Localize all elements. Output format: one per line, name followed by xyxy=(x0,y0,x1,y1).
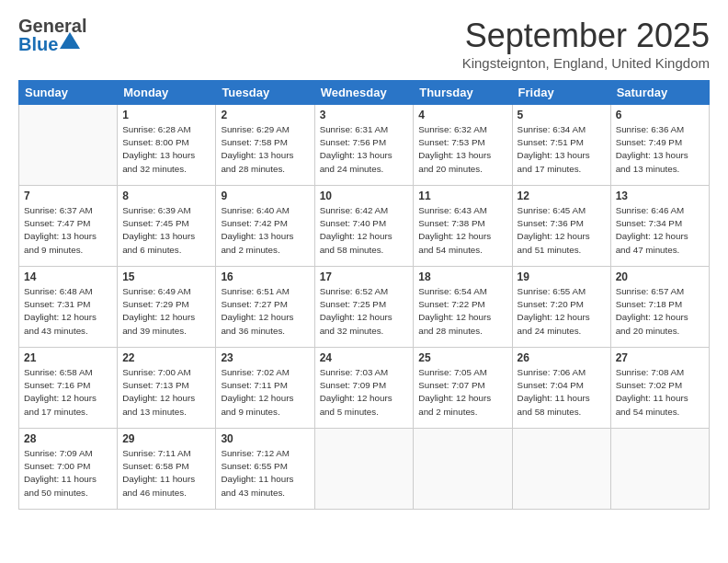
calendar-body: 1Sunrise: 6:28 AM Sunset: 8:00 PM Daylig… xyxy=(19,105,710,510)
header: General Blue September 2025 Kingsteignto… xyxy=(18,17,710,71)
day-number: 11 xyxy=(418,190,506,202)
day-detail: Sunrise: 6:45 AM Sunset: 7:36 PM Dayligh… xyxy=(518,204,606,257)
day-number: 19 xyxy=(518,270,606,283)
day-number: 21 xyxy=(24,351,112,364)
day-number: 30 xyxy=(221,432,309,445)
day-number: 3 xyxy=(320,109,409,121)
day-number: 16 xyxy=(221,270,309,283)
day-detail: Sunrise: 6:55 AM Sunset: 7:20 PM Dayligh… xyxy=(518,285,606,338)
calendar-cell: 14Sunrise: 6:48 AM Sunset: 7:31 PM Dayli… xyxy=(19,267,118,348)
day-detail: Sunrise: 6:37 AM Sunset: 7:47 PM Dayligh… xyxy=(24,204,112,257)
calendar-cell: 2Sunrise: 6:29 AM Sunset: 7:58 PM Daylig… xyxy=(216,105,314,186)
calendar-cell xyxy=(610,429,709,510)
calendar-cell: 8Sunrise: 6:39 AM Sunset: 7:45 PM Daylig… xyxy=(118,186,216,267)
calendar-cell: 3Sunrise: 6:31 AM Sunset: 7:56 PM Daylig… xyxy=(314,105,414,186)
logo: General Blue xyxy=(18,17,86,53)
day-number: 26 xyxy=(518,351,606,364)
calendar-cell: 6Sunrise: 6:36 AM Sunset: 7:49 PM Daylig… xyxy=(610,105,709,186)
calendar-cell: 5Sunrise: 6:34 AM Sunset: 7:51 PM Daylig… xyxy=(512,105,610,186)
calendar-cell: 12Sunrise: 6:45 AM Sunset: 7:36 PM Dayli… xyxy=(512,186,610,267)
day-number: 20 xyxy=(616,270,704,283)
calendar-cell: 28Sunrise: 7:09 AM Sunset: 7:00 PM Dayli… xyxy=(19,429,118,510)
page: General Blue September 2025 Kingsteignto… xyxy=(0,0,728,563)
calendar-cell: 27Sunrise: 7:08 AM Sunset: 7:02 PM Dayli… xyxy=(610,348,709,429)
day-number: 23 xyxy=(221,351,309,364)
calendar-week-3: 21Sunrise: 6:58 AM Sunset: 7:16 PM Dayli… xyxy=(19,348,710,429)
day-detail: Sunrise: 6:57 AM Sunset: 7:18 PM Dayligh… xyxy=(616,285,704,338)
day-detail: Sunrise: 6:29 AM Sunset: 7:58 PM Dayligh… xyxy=(221,123,309,176)
calendar-week-0: 1Sunrise: 6:28 AM Sunset: 8:00 PM Daylig… xyxy=(19,105,710,186)
day-number: 22 xyxy=(122,351,210,364)
calendar-cell: 15Sunrise: 6:49 AM Sunset: 7:29 PM Dayli… xyxy=(118,267,216,348)
calendar-header: Sunday Monday Tuesday Wednesday Thursday… xyxy=(19,81,710,105)
day-detail: Sunrise: 6:46 AM Sunset: 7:34 PM Dayligh… xyxy=(616,204,704,257)
day-detail: Sunrise: 7:02 AM Sunset: 7:11 PM Dayligh… xyxy=(221,366,309,419)
day-number: 25 xyxy=(418,351,506,364)
calendar-cell: 11Sunrise: 6:43 AM Sunset: 7:38 PM Dayli… xyxy=(414,186,512,267)
calendar-cell: 13Sunrise: 6:46 AM Sunset: 7:34 PM Dayli… xyxy=(610,186,709,267)
calendar-cell: 29Sunrise: 7:11 AM Sunset: 6:58 PM Dayli… xyxy=(118,429,216,510)
logo-text-block: General Blue xyxy=(18,17,86,53)
logo-icon xyxy=(60,30,80,51)
calendar-cell: 19Sunrise: 6:55 AM Sunset: 7:20 PM Dayli… xyxy=(512,267,610,348)
calendar-cell: 4Sunrise: 6:32 AM Sunset: 7:53 PM Daylig… xyxy=(414,105,512,186)
day-number: 8 xyxy=(122,190,210,202)
calendar-cell xyxy=(414,429,512,510)
day-detail: Sunrise: 6:40 AM Sunset: 7:42 PM Dayligh… xyxy=(221,204,309,257)
day-number: 7 xyxy=(24,190,112,202)
day-detail: Sunrise: 6:54 AM Sunset: 7:22 PM Dayligh… xyxy=(418,285,506,338)
calendar-cell: 1Sunrise: 6:28 AM Sunset: 8:00 PM Daylig… xyxy=(118,105,216,186)
day-number: 6 xyxy=(616,109,704,121)
header-tuesday: Tuesday xyxy=(216,81,314,105)
calendar-cell xyxy=(314,429,414,510)
calendar-cell: 9Sunrise: 6:40 AM Sunset: 7:42 PM Daylig… xyxy=(216,186,314,267)
calendar-cell xyxy=(19,105,118,186)
day-detail: Sunrise: 7:03 AM Sunset: 7:09 PM Dayligh… xyxy=(320,366,409,419)
calendar-table: Sunday Monday Tuesday Wednesday Thursday… xyxy=(18,80,710,510)
calendar-cell: 7Sunrise: 6:37 AM Sunset: 7:47 PM Daylig… xyxy=(19,186,118,267)
day-number: 10 xyxy=(320,190,409,202)
logo-blue: Blue xyxy=(18,35,58,53)
calendar-cell: 17Sunrise: 6:52 AM Sunset: 7:25 PM Dayli… xyxy=(314,267,414,348)
day-number: 28 xyxy=(24,432,112,445)
day-number: 14 xyxy=(24,270,112,283)
day-number: 24 xyxy=(320,351,409,364)
day-detail: Sunrise: 6:48 AM Sunset: 7:31 PM Dayligh… xyxy=(24,285,112,338)
day-detail: Sunrise: 6:49 AM Sunset: 7:29 PM Dayligh… xyxy=(122,285,210,338)
header-row: Sunday Monday Tuesday Wednesday Thursday… xyxy=(19,81,710,105)
day-number: 2 xyxy=(221,109,309,121)
calendar-cell: 21Sunrise: 6:58 AM Sunset: 7:16 PM Dayli… xyxy=(19,348,118,429)
day-detail: Sunrise: 7:12 AM Sunset: 6:55 PM Dayligh… xyxy=(221,447,309,500)
day-detail: Sunrise: 6:32 AM Sunset: 7:53 PM Dayligh… xyxy=(418,123,506,176)
calendar-cell: 24Sunrise: 7:03 AM Sunset: 7:09 PM Dayli… xyxy=(314,348,414,429)
day-number: 15 xyxy=(122,270,210,283)
day-number: 13 xyxy=(616,190,704,202)
day-number: 12 xyxy=(518,190,606,202)
day-detail: Sunrise: 7:00 AM Sunset: 7:13 PM Dayligh… xyxy=(122,366,210,419)
calendar-cell: 26Sunrise: 7:06 AM Sunset: 7:04 PM Dayli… xyxy=(512,348,610,429)
header-thursday: Thursday xyxy=(414,81,512,105)
calendar-cell xyxy=(512,429,610,510)
calendar-week-4: 28Sunrise: 7:09 AM Sunset: 7:00 PM Dayli… xyxy=(19,429,710,510)
header-saturday: Saturday xyxy=(610,81,709,105)
day-number: 17 xyxy=(320,270,409,283)
day-detail: Sunrise: 6:36 AM Sunset: 7:49 PM Dayligh… xyxy=(616,123,704,176)
calendar-week-1: 7Sunrise: 6:37 AM Sunset: 7:47 PM Daylig… xyxy=(19,186,710,267)
header-sunday: Sunday xyxy=(19,81,118,105)
day-detail: Sunrise: 6:42 AM Sunset: 7:40 PM Dayligh… xyxy=(320,204,409,257)
day-detail: Sunrise: 6:31 AM Sunset: 7:56 PM Dayligh… xyxy=(320,123,409,176)
day-number: 5 xyxy=(518,109,606,121)
header-friday: Friday xyxy=(512,81,610,105)
day-detail: Sunrise: 7:11 AM Sunset: 6:58 PM Dayligh… xyxy=(122,447,210,500)
month-title: September 2025 xyxy=(462,17,710,55)
calendar-cell: 18Sunrise: 6:54 AM Sunset: 7:22 PM Dayli… xyxy=(414,267,512,348)
day-detail: Sunrise: 6:39 AM Sunset: 7:45 PM Dayligh… xyxy=(122,204,210,257)
day-number: 27 xyxy=(616,351,704,364)
day-detail: Sunrise: 6:43 AM Sunset: 7:38 PM Dayligh… xyxy=(418,204,506,257)
calendar-cell: 16Sunrise: 6:51 AM Sunset: 7:27 PM Dayli… xyxy=(216,267,314,348)
day-detail: Sunrise: 6:58 AM Sunset: 7:16 PM Dayligh… xyxy=(24,366,112,419)
day-detail: Sunrise: 6:51 AM Sunset: 7:27 PM Dayligh… xyxy=(221,285,309,338)
title-section: September 2025 Kingsteignton, England, U… xyxy=(462,17,710,71)
day-number: 9 xyxy=(221,190,309,202)
day-detail: Sunrise: 7:09 AM Sunset: 7:00 PM Dayligh… xyxy=(24,447,112,500)
